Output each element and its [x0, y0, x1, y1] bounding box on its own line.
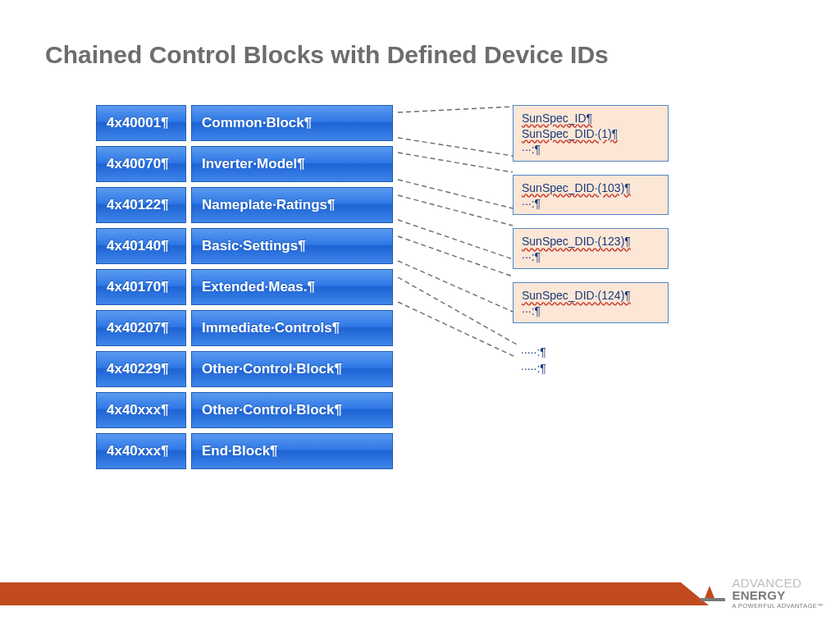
- svg-line-5: [398, 220, 513, 259]
- addr-cell: 4x40070¶: [96, 146, 186, 182]
- detail-box: SunSpec_DID·(124)¶ ···:¶: [513, 282, 669, 323]
- svg-line-0: [398, 107, 513, 112]
- table-row: 4x40207¶ Immediate·Controls¶: [96, 310, 395, 346]
- svg-line-1: [398, 138, 513, 156]
- addr-cell: 4x40xxx¶: [96, 433, 186, 469]
- logo-brand-b: ENERGY: [732, 588, 785, 602]
- svg-line-8: [398, 277, 517, 345]
- block-table: 4x40001¶ Common·Block¶ 4x40070¶ Inverter…: [96, 105, 395, 474]
- svg-line-6: [398, 236, 513, 276]
- addr-cell: 4x40207¶: [96, 310, 186, 346]
- detail-line: SunSpec_ID¶: [522, 112, 592, 125]
- detail-line: ···:¶: [522, 142, 660, 158]
- table-row: 4x40xxx¶ End·Block¶: [96, 433, 395, 469]
- table-row: 4x40170¶ Extended·Meas.¶: [96, 269, 395, 305]
- name-cell: End·Block¶: [191, 433, 393, 469]
- slide: Chained Control Blocks with Defined Devi…: [0, 0, 840, 630]
- detail-line: ···:¶: [522, 304, 660, 319]
- addr-cell: 4x40140¶: [96, 228, 186, 264]
- detail-line: SunSpec_DID·(123)¶: [522, 235, 631, 248]
- name-cell: Basic·Settings¶: [191, 228, 393, 264]
- logo-tagline: A POWERFUL ADVANTAGE™: [732, 603, 824, 609]
- detail-line: SunSpec_DID·(103)¶: [522, 181, 631, 194]
- svg-line-9: [398, 302, 517, 358]
- addr-cell: 4x40170¶: [96, 269, 186, 305]
- brand-logo: ADVANCED ENERGY A POWERFUL ADVANTAGE™: [701, 577, 824, 609]
- svg-line-3: [398, 180, 513, 208]
- addr-cell: 4x40xxx¶: [96, 392, 186, 428]
- ellipsis-markers: ·····:¶ ·····:¶: [521, 345, 546, 377]
- detail-line: SunSpec_DID·(1)¶: [522, 127, 618, 140]
- ellipsis-line: ·····:¶: [521, 361, 546, 377]
- ellipsis-line: ·····:¶: [521, 345, 546, 361]
- name-cell: Extended·Meas.¶: [191, 269, 393, 305]
- footer-bar: [0, 582, 681, 605]
- table-row: 4x40070¶ Inverter·Model¶: [96, 146, 395, 182]
- slide-title: Chained Control Blocks with Defined Devi…: [45, 41, 609, 69]
- svg-line-2: [398, 153, 513, 172]
- table-row: 4x40122¶ Nameplate·Ratings¶: [96, 187, 395, 223]
- name-cell: Inverter·Model¶: [191, 146, 393, 182]
- table-row: 4x40140¶ Basic·Settings¶: [96, 228, 395, 264]
- name-cell: Other·Control·Block¶: [191, 351, 393, 387]
- detail-line: ···:¶: [522, 196, 660, 212]
- name-cell: Other·Control·Block¶: [191, 392, 393, 428]
- detail-line: SunSpec_DID·(124)¶: [522, 289, 631, 302]
- table-row: 4x40229¶ Other·Control·Block¶: [96, 351, 395, 387]
- svg-line-7: [398, 261, 513, 312]
- detail-box: SunSpec_DID·(103)¶ ···:¶: [513, 175, 669, 216]
- name-cell: Common·Block¶: [191, 105, 393, 141]
- table-row: 4x40001¶ Common·Block¶: [96, 105, 395, 141]
- svg-rect-10: [701, 598, 725, 601]
- detail-box: SunSpec_ID¶ SunSpec_DID·(1)¶ ···:¶: [513, 105, 669, 162]
- detail-column: SunSpec_ID¶ SunSpec_DID·(1)¶ ···:¶ SunSp…: [513, 105, 669, 336]
- addr-cell: 4x40122¶: [96, 187, 186, 223]
- name-cell: Immediate·Controls¶: [191, 310, 393, 346]
- addr-cell: 4x40001¶: [96, 105, 186, 141]
- logo-mark-icon: [701, 582, 725, 602]
- table-row: 4x40xxx¶ Other·Control·Block¶: [96, 392, 395, 428]
- svg-line-4: [398, 195, 513, 226]
- detail-line: ···:¶: [522, 249, 660, 265]
- detail-box: SunSpec_DID·(123)¶ ···:¶: [513, 228, 669, 269]
- name-cell: Nameplate·Ratings¶: [191, 187, 393, 223]
- logo-text: ADVANCED ENERGY A POWERFUL ADVANTAGE™: [732, 577, 824, 609]
- addr-cell: 4x40229¶: [96, 351, 186, 387]
